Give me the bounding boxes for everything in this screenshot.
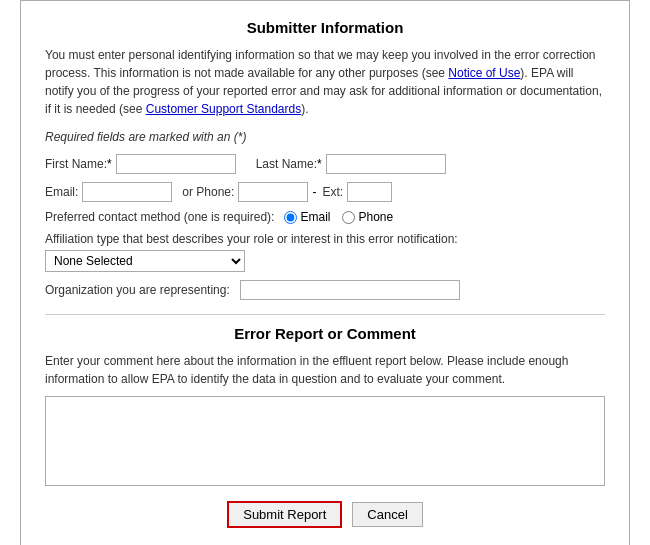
error-section-title: Error Report or Comment [45,325,605,342]
email-radio-text: Email [300,210,330,224]
first-name-input[interactable] [116,154,236,174]
intro-text-3: ). [301,102,308,116]
email-input[interactable] [82,182,172,202]
last-name-input[interactable] [326,154,446,174]
affiliation-select[interactable]: None Selected Industry Government Public… [45,250,245,272]
first-name-label: First Name:* [45,157,112,171]
phone-dash: - [312,185,316,199]
section-divider [45,314,605,315]
email-phone-row: Email: or Phone: - Ext: [45,182,605,202]
comment-textarea[interactable] [45,396,605,486]
cancel-button[interactable]: Cancel [352,502,422,527]
intro-paragraph: You must enter personal identifying info… [45,46,605,118]
button-row: Submit Report Cancel [45,501,605,528]
phone-radio-label[interactable]: Phone [342,210,393,224]
error-intro: Enter your comment here about the inform… [45,352,605,388]
ext-label: Ext: [322,185,343,199]
notice-of-use-link[interactable]: Notice of Use [448,66,520,80]
contact-method-label: Preferred contact method (one is require… [45,210,274,224]
submitter-title: Submitter Information [45,19,605,36]
org-input[interactable] [240,280,460,300]
submitter-dialog: Submitter Information You must enter per… [20,0,630,545]
contact-method-row: Preferred contact method (one is require… [45,210,605,224]
email-radio-label[interactable]: Email [284,210,330,224]
ext-input[interactable] [347,182,392,202]
affiliation-section: Affiliation type that best describes you… [45,232,605,272]
last-name-label: Last Name:* [256,157,322,171]
phone-input[interactable] [238,182,308,202]
org-row: Organization you are representing: [45,280,605,300]
affiliation-label: Affiliation type that best describes you… [45,232,605,246]
email-radio[interactable] [284,211,297,224]
org-label: Organization you are representing: [45,283,230,297]
or-phone-label: or Phone: [182,185,234,199]
phone-radio[interactable] [342,211,355,224]
name-row: First Name:* Last Name:* [45,154,605,174]
email-label: Email: [45,185,78,199]
contact-radio-group: Email Phone [284,210,393,224]
submit-button[interactable]: Submit Report [227,501,342,528]
customer-support-link[interactable]: Customer Support Standards [146,102,301,116]
phone-radio-text: Phone [358,210,393,224]
required-note: Required fields are marked with an (*) [45,130,605,144]
